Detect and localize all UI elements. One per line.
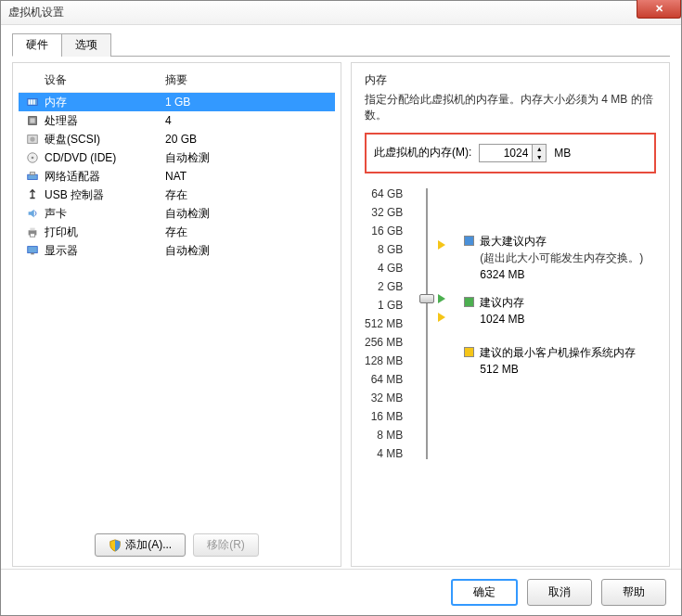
device-summary: 20 GB [165,133,197,146]
svg-rect-10 [28,174,38,179]
device-list[interactable]: 内存1 GB处理器4硬盘(SCSI)20 GBCD/DVD (IDE)自动检测网… [19,92,335,524]
tick-label: 128 MB [365,352,408,370]
tick-label: 32 GB [371,203,408,222]
device-row-net[interactable]: 网络适配器NAT [19,167,335,186]
tab-options[interactable]: 选项 [61,33,111,57]
device-name: 内存 [45,95,165,110]
sound-icon [24,207,41,220]
legend-min-title: 建议的最小客户机操作系统内存 [480,344,656,361]
window-title: 虚拟机设置 [8,5,64,20]
device-name: 显示器 [45,243,165,259]
memory-spinner[interactable]: ▲▼ [479,144,547,162]
svg-rect-13 [30,228,34,231]
tick-label: 8 GB [378,240,408,259]
col-summary: 摘要 [165,72,187,88]
marker-min-icon [438,313,445,322]
device-summary: 1 GB [165,96,190,109]
close-button[interactable] [637,0,681,19]
device-name: 硬盘(SCSI) [45,132,165,148]
device-row-display[interactable]: 显示器自动检测 [19,241,335,260]
device-row-cd[interactable]: CD/DVD (IDE)自动检测 [19,148,335,167]
memory-input-row: 此虚拟机的内存(M): ▲▼ MB [365,133,656,173]
slider-track[interactable] [419,185,434,463]
dialog-footer: 确定 取消 帮助 [1,569,681,615]
tick-label: 512 MB [365,314,408,333]
marker-max-icon [438,240,445,250]
tick-label: 256 MB [365,333,408,352]
device-row-disk[interactable]: 硬盘(SCSI)20 GB [19,130,335,148]
dialog-body: 硬件 选项 设备 摘要 内存1 GB处理器4硬盘(SCSI)20 GBCD/DV… [1,25,681,569]
device-list-header: 设备 摘要 [19,69,335,92]
tick-label: 2 GB [378,277,408,296]
tab-hardware[interactable]: 硬件 [12,33,62,57]
device-panel: 设备 摘要 内存1 GB处理器4硬盘(SCSI)20 GBCD/DVD (IDE… [12,62,341,567]
square-yellow-icon [464,347,474,357]
marker-rec-icon [438,294,445,303]
usb-icon [24,188,41,201]
spin-up-icon[interactable]: ▲ [533,145,546,153]
legend-max-note: (超出此大小可能发生内存交换。) [480,250,656,266]
device-summary: 自动检测 [165,206,210,222]
svg-rect-2 [31,99,32,104]
cancel-button[interactable]: 取消 [527,579,592,606]
device-name: 打印机 [45,225,165,240]
memory-label: 此虚拟机的内存(M): [374,145,471,160]
add-button[interactable]: 添加(A)... [95,533,186,557]
device-row-sound[interactable]: 声卡自动检测 [19,204,335,223]
device-row-printer[interactable]: 打印机存在 [19,223,335,241]
device-name: CD/DVD (IDE) [45,151,165,164]
device-summary: 自动检测 [165,243,210,259]
spinner-buttons[interactable]: ▲▼ [532,145,546,161]
svg-rect-1 [29,99,31,104]
svg-rect-11 [30,173,34,175]
memory-desc: 指定分配给此虚拟机的内存量。内存大小必须为 4 MB 的倍数。 [365,92,656,123]
square-green-icon [464,297,474,307]
device-summary: 自动检测 [165,150,210,166]
slider-thumb[interactable] [419,294,434,303]
device-row-memory[interactable]: 内存1 GB [19,93,335,111]
square-blue-icon [464,236,474,246]
legend-rec-value: 1024 MB [480,311,656,327]
tick-label: 64 MB [371,370,409,389]
tick-label: 8 MB [377,426,408,444]
help-button[interactable]: 帮助 [601,579,666,606]
col-device: 设备 [45,72,165,88]
svg-point-7 [30,136,34,141]
memory-input[interactable] [480,145,532,161]
net-icon [24,170,41,183]
tick-label: 1 GB [378,296,408,314]
memory-slider-area: 64 GB32 GB16 GB8 GB4 GB2 GB1 GB512 MB256… [365,185,656,463]
track-line [426,188,428,459]
memory-icon [24,96,41,109]
cpu-icon [24,114,41,127]
device-row-cpu[interactable]: 处理器4 [19,111,335,130]
ok-button[interactable]: 确定 [451,579,518,606]
memory-title: 内存 [365,72,656,88]
tick-label: 16 GB [371,222,408,240]
display-icon [24,244,41,257]
legend-max-title: 最大建议内存 [480,233,656,250]
remove-button: 移除(R) [193,533,259,557]
cd-icon [24,151,41,164]
svg-rect-15 [28,247,38,253]
shield-icon [109,539,122,552]
memory-legend: 最大建议内存 (超出此大小可能发生内存交换。) 6324 MB 建议内存 102… [445,185,656,463]
panels: 设备 摘要 内存1 GB处理器4硬盘(SCSI)20 GBCD/DVD (IDE… [12,62,670,567]
titlebar: 虚拟机设置 [1,1,681,25]
legend-max-value: 6324 MB [480,266,656,283]
legend-max: 最大建议内存 (超出此大小可能发生内存交换。) 6324 MB [464,233,656,283]
spin-down-icon[interactable]: ▼ [533,153,546,161]
legend-rec: 建议内存 1024 MB [464,294,656,327]
tick-label: 16 MB [371,407,409,426]
svg-rect-14 [30,234,34,237]
tick-label: 32 MB [371,389,409,407]
slider-ticks: 64 GB32 GB16 GB8 GB4 GB2 GB1 GB512 MB256… [365,185,408,463]
tabs: 硬件 选项 [12,32,670,57]
device-row-usb[interactable]: USB 控制器存在 [19,186,335,204]
vm-settings-window: 虚拟机设置 硬件 选项 设备 摘要 内存1 GB处理器4硬盘(SCSI)20 G… [0,0,682,616]
printer-icon [24,225,41,238]
tick-label: 4 MB [377,444,408,463]
device-name: 声卡 [45,206,165,222]
svg-rect-3 [33,99,35,104]
tick-label: 64 GB [371,185,408,203]
